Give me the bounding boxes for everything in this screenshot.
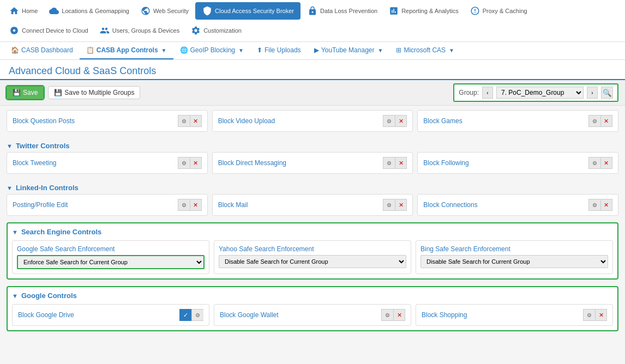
geoip-icon: 🌐 — [180, 46, 188, 54]
chart-icon — [388, 5, 399, 16]
block-tweeting-actions: ⚙ ✕ — [178, 157, 202, 169]
nav-users[interactable]: Users, Groups & Devices — [95, 22, 184, 39]
save-multiple-icon: 💾 — [54, 89, 62, 96]
block-video-upload-close-button[interactable]: ✕ — [395, 115, 407, 127]
bing-safe-search-select[interactable]: Enforce Safe Search for Current Group Di… — [420, 255, 608, 268]
block-tweeting-close-button[interactable]: ✕ — [190, 157, 202, 169]
nav-websecurity[interactable]: Web Security — [136, 2, 193, 20]
block-google-wallet-label[interactable]: Block Google Wallet — [220, 311, 279, 319]
block-direct-messaging-label[interactable]: Block Direct Messaging — [218, 159, 286, 167]
nav-casb[interactable]: Cloud Access Security Broker — [195, 2, 301, 20]
save-button[interactable]: 💾 Save — [7, 86, 44, 99]
nav-dlp[interactable]: Data Loss Prevention — [303, 2, 382, 20]
block-following-close-button[interactable]: ✕ — [600, 157, 612, 169]
block-shopping-label[interactable]: Block Shopping — [422, 311, 467, 319]
nav-reporting[interactable]: Reporting & Analytics — [384, 2, 463, 20]
block-mail-bars-button[interactable]: ⚙ — [383, 199, 395, 211]
nav-app-controls[interactable]: 📋 CASB App Controls ▼ — [80, 42, 173, 59]
google-safe-search-select[interactable]: Enforce Safe Search for Current Group Di… — [17, 255, 205, 269]
casb-dashboard-label: CASB Dashboard — [21, 46, 73, 54]
search-icon: 🔍 — [603, 89, 612, 97]
nav-connect-label: Connect Device to Cloud — [22, 27, 88, 34]
geoip-caret: ▼ — [238, 47, 244, 53]
block-google-drive-actions: ✓ ⚙ — [179, 309, 203, 321]
block-google-drive-bars-button[interactable]: ⚙ — [191, 309, 203, 321]
top-navigation: Home Locations & Geomapping Web Security… — [0, 0, 625, 42]
block-following-label[interactable]: Block Following — [423, 159, 468, 167]
block-question-posts-close-button[interactable]: ✕ — [190, 115, 202, 127]
google-section: ▼ Google Controls Block Google Drive ✓ ⚙… — [7, 286, 618, 331]
google-section-header[interactable]: ▼ Google Controls — [12, 292, 613, 304]
search-engine-grid: Google Safe Search Enforcement Enforce S… — [12, 240, 613, 274]
yahoo-safe-search-select[interactable]: Enforce Safe Search for Current Group Di… — [219, 255, 406, 268]
block-video-upload-bars-button[interactable]: ⚙ — [383, 115, 395, 127]
block-games-close-button[interactable]: ✕ — [600, 115, 612, 127]
block-google-wallet-close-button[interactable]: ✕ — [393, 309, 405, 321]
posting-profile-edit-close-button[interactable]: ✕ — [190, 199, 202, 211]
control-block-google-drive: Block Google Drive ✓ ⚙ — [12, 304, 209, 326]
block-connections-label[interactable]: Block Connections — [423, 201, 477, 209]
linkedin-caret-icon: ▼ — [7, 185, 13, 191]
nav-geoip[interactable]: 🌐 GeoIP Blocking ▼ — [173, 42, 250, 59]
control-block-video-upload: Block Video Upload ⚙ ✕ — [212, 110, 413, 132]
nav-locations-label: Locations & Geomapping — [62, 8, 129, 14]
block-google-wallet-bars-button[interactable]: ⚙ — [381, 309, 393, 321]
nav-customization[interactable]: Customization — [186, 22, 246, 39]
control-block-question-posts: Block Question Posts ⚙ ✕ — [7, 110, 208, 132]
cloud-icon — [49, 5, 59, 16]
block-connections-bars-button[interactable]: ⚙ — [588, 199, 600, 211]
block-google-drive-label[interactable]: Block Google Drive — [18, 311, 74, 319]
globe-icon — [140, 5, 151, 16]
save-label: Save — [23, 89, 38, 96]
nav-microsoft-cas[interactable]: ⊞ Microsoft CAS ▼ — [389, 42, 461, 59]
appcontrols-caret: ▼ — [161, 47, 167, 53]
group-search-button[interactable]: 🔍 — [601, 87, 613, 99]
block-direct-messaging-close-button[interactable]: ✕ — [395, 157, 407, 169]
block-connections-close-button[interactable]: ✕ — [600, 199, 612, 211]
search-engine-section-header[interactable]: ▼ Search Engine Controls — [12, 228, 613, 240]
google-controls-grid: Block Google Drive ✓ ⚙ Block Google Wall… — [12, 304, 613, 326]
control-block-direct-messaging: Block Direct Messaging ⚙ ✕ — [212, 152, 413, 174]
save-multiple-label: Save to Multiple Groups — [64, 89, 134, 96]
proxy-icon — [470, 5, 480, 16]
group-select[interactable]: 7. PoC_Demo_Group — [496, 87, 584, 99]
nav-file-uploads[interactable]: ⬆ File Uploads — [250, 42, 308, 59]
group-next-button[interactable]: › — [587, 87, 598, 99]
nav-home[interactable]: Home — [4, 2, 42, 20]
block-games-bars-button[interactable]: ⚙ — [588, 115, 600, 127]
block-mail-label[interactable]: Block Mail — [218, 201, 248, 209]
block-google-wallet-actions: ⚙ ✕ — [381, 309, 405, 321]
gear-icon — [190, 25, 201, 36]
save-multiple-button[interactable]: 💾 Save to Multiple Groups — [48, 86, 140, 99]
block-video-upload-label[interactable]: Block Video Upload — [218, 117, 275, 125]
block-shopping-close-button[interactable]: ✕ — [595, 309, 607, 321]
youtube-caret: ▼ — [377, 47, 383, 53]
block-mail-close-button[interactable]: ✕ — [395, 199, 407, 211]
block-direct-messaging-actions: ⚙ ✕ — [383, 157, 407, 169]
block-google-drive-check-button[interactable]: ✓ — [179, 309, 191, 321]
control-block-tweeting: Block Tweeting ⚙ ✕ — [7, 152, 208, 174]
group-prev-button[interactable]: ‹ — [482, 87, 493, 99]
nav-casb-dashboard[interactable]: 🏠 CASB Dashboard — [4, 42, 80, 59]
block-question-posts-label[interactable]: Block Question Posts — [13, 117, 75, 125]
twitter-section-header[interactable]: ▼ Twitter Controls — [7, 138, 618, 152]
posting-profile-edit-label[interactable]: Posting/Profile Edit — [13, 201, 68, 209]
posting-profile-edit-bars-button[interactable]: ⚙ — [178, 199, 190, 211]
block-games-label[interactable]: Block Games — [423, 117, 462, 125]
block-tweeting-bars-button[interactable]: ⚙ — [178, 157, 190, 169]
linkedin-section-header[interactable]: ▼ Linked-In Controls — [7, 180, 618, 194]
nav-proxy[interactable]: Proxy & Caching — [465, 2, 532, 20]
block-following-bars-button[interactable]: ⚙ — [588, 157, 600, 169]
geoip-label: GeoIP Blocking — [190, 46, 236, 54]
page-title: Advanced Cloud & SaaS Controls — [9, 65, 616, 77]
nav-connect[interactable]: Connect Device to Cloud — [4, 22, 93, 39]
block-question-posts-bars-button[interactable]: ⚙ — [178, 115, 190, 127]
nav-casb-label: Cloud Access Security Broker — [215, 8, 294, 14]
main-content: Block Question Posts ⚙ ✕ Block Video Upl… — [0, 106, 625, 364]
nav-youtube[interactable]: ▶ YouTube Manager ▼ — [308, 42, 390, 59]
block-shopping-bars-button[interactable]: ⚙ — [583, 309, 595, 321]
block-direct-messaging-bars-button[interactable]: ⚙ — [383, 157, 395, 169]
nav-locations[interactable]: Locations & Geomapping — [44, 2, 134, 20]
block-tweeting-label[interactable]: Block Tweeting — [13, 159, 57, 167]
control-block-shopping: Block Shopping ⚙ ✕ — [416, 304, 613, 326]
